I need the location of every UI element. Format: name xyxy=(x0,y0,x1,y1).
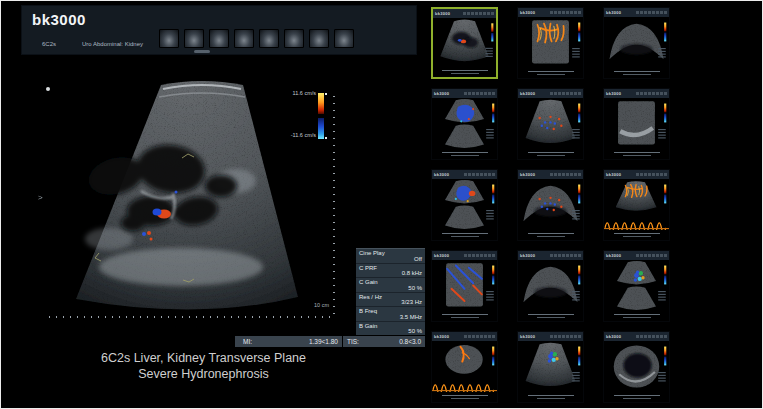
header-thumbnail[interactable] xyxy=(184,29,204,48)
thumbnail-caption xyxy=(518,68,583,78)
thumbnail-ultrasound-image xyxy=(604,17,669,68)
thumbnail-mini-header: bk3000 xyxy=(604,170,669,179)
app-brand: bk3000 xyxy=(32,11,86,28)
thumbnail-mini-brand: bk3000 xyxy=(606,173,621,177)
thumbnail-mini-strip xyxy=(550,92,581,95)
control-row-c-gain[interactable]: C Gain50 % xyxy=(356,277,425,292)
header-thumbnail[interactable] xyxy=(334,29,354,48)
gallery-thumbnail-13[interactable]: bk3000 xyxy=(431,331,498,403)
thumbnail-mini-header: bk3000 xyxy=(433,9,496,18)
thumbnail-mini-brand: bk3000 xyxy=(520,11,535,15)
gallery-thumbnail-8[interactable]: bk3000 xyxy=(517,169,584,241)
transducer-label: 6C2s xyxy=(42,41,56,47)
tis-label: TIS: xyxy=(347,338,359,345)
thumbnail-mini-header: bk3000 xyxy=(604,89,669,98)
thumbnail-mini-header: bk3000 xyxy=(518,332,583,341)
thumbnail-ultrasound-image xyxy=(518,341,583,392)
thumbnail-mini-strip xyxy=(636,173,667,176)
mi-status-segment: MI: 1.39<1.80 xyxy=(235,336,342,347)
thumbnail-mini-strip xyxy=(550,335,581,338)
control-row-res-hz[interactable]: Res / Hz3/23 Hz xyxy=(356,292,425,307)
gallery-thumbnail-12[interactable]: bk3000 xyxy=(603,250,670,322)
thumbnail-mini-strip xyxy=(464,254,495,257)
caption-line-1: 6C2s Liver, Kidney Transverse Plane xyxy=(56,350,351,366)
thumbnail-mini-brand: bk3000 xyxy=(520,173,535,177)
thumbnail-mini-brand: bk3000 xyxy=(434,335,449,339)
thumbnail-mini-strip xyxy=(463,12,494,15)
thumbnail-mini-brand: bk3000 xyxy=(606,11,621,15)
thumbnail-mini-strip xyxy=(636,92,667,95)
thumbnail-ultrasound-image xyxy=(432,341,497,392)
control-label: B Freq xyxy=(359,308,377,314)
thumbnail-mini-brand: bk3000 xyxy=(606,335,621,339)
control-value: 50 % xyxy=(408,285,422,291)
tis-value: 0.8<3.0 xyxy=(399,338,421,345)
thumbnail-ultrasound-image xyxy=(518,98,583,149)
thumbnail-mini-header: bk3000 xyxy=(432,170,497,179)
thumbnail-mini-header: bk3000 xyxy=(432,251,497,260)
gallery-thumbnail-11[interactable]: bk3000 xyxy=(517,250,584,322)
control-value: 3/23 Hz xyxy=(401,299,422,305)
thumbnail-ultrasound-image xyxy=(432,98,497,149)
header-thumbnail[interactable] xyxy=(259,29,279,48)
thumbnail-mini-strip xyxy=(636,335,667,338)
thumbnail-mini-brand: bk3000 xyxy=(606,254,621,258)
gallery-thumbnail-5[interactable]: bk3000 xyxy=(517,88,584,160)
thumbnail-ultrasound-image xyxy=(518,17,583,68)
gallery-thumbnail-10[interactable]: bk3000 xyxy=(431,250,498,322)
gallery-thumbnail-15[interactable]: bk3000 xyxy=(603,331,670,403)
gallery-thumbnail-14[interactable]: bk3000 xyxy=(517,331,584,403)
thumbnail-mini-brand: bk3000 xyxy=(520,254,535,258)
thumbnail-caption xyxy=(432,149,497,159)
header-thumbnail[interactable] xyxy=(209,29,229,48)
thumbnail-mini-header: bk3000 xyxy=(432,332,497,341)
header-thumbnail[interactable] xyxy=(234,29,254,48)
control-row-c-prf[interactable]: C PRF0.8 kHz xyxy=(356,263,425,278)
thumbnail-mini-brand: bk3000 xyxy=(606,92,621,96)
thumbnail-mini-strip xyxy=(464,92,495,95)
color-scale-tick-top xyxy=(325,93,327,95)
thumbnail-mini-header: bk3000 xyxy=(518,251,583,260)
gallery-thumbnail-4[interactable]: bk3000 xyxy=(431,88,498,160)
thumbnail-strip-scrollbar[interactable] xyxy=(194,50,210,53)
thumbnail-mini-strip xyxy=(550,173,581,176)
thumbnail-ultrasound-image xyxy=(604,179,669,230)
image-caption: 6C2s Liver, Kidney Transverse Plane Seve… xyxy=(56,350,351,382)
gallery-thumbnail-2[interactable]: bk3000 xyxy=(517,7,584,79)
thumbnail-mini-header: bk3000 xyxy=(432,89,497,98)
thumbnail-mini-header: bk3000 xyxy=(518,89,583,98)
thumbnail-mini-brand: bk3000 xyxy=(434,254,449,258)
thumbnail-mini-brand: bk3000 xyxy=(520,335,535,339)
thumbnail-ultrasound-image xyxy=(604,98,669,149)
orientation-caret: > xyxy=(38,194,43,202)
control-value: 0.8 kHz xyxy=(402,270,422,276)
depth-ruler xyxy=(333,96,335,317)
gallery-thumbnail-6[interactable]: bk3000 xyxy=(603,88,670,160)
color-scale-min-label: -11.6 cm/s xyxy=(286,132,316,138)
control-label: C PRF xyxy=(359,265,377,271)
thumbnail-caption xyxy=(604,149,669,159)
thumbnail-mini-brand: bk3000 xyxy=(435,12,450,16)
gallery-thumbnail-3[interactable]: bk3000 xyxy=(603,7,670,79)
control-row-cine-play[interactable]: Cine PlayOff xyxy=(356,248,425,263)
thumbnail-mini-strip xyxy=(636,254,667,257)
main-header-bar: bk3000 6C2s Uro Abdominal: Kidney xyxy=(21,5,417,55)
color-scale-positive xyxy=(318,93,324,114)
thumbnail-ultrasound-image xyxy=(432,179,497,230)
gallery-thumbnail-7[interactable]: bk3000 xyxy=(431,169,498,241)
control-row-b-freq[interactable]: B Freq3.5 MHz xyxy=(356,306,425,321)
header-thumbnail[interactable] xyxy=(159,29,179,48)
control-row-b-gain[interactable]: B Gain50 % xyxy=(356,321,425,336)
thumbnail-mini-brand: bk3000 xyxy=(434,173,449,177)
thumbnail-caption xyxy=(433,67,496,77)
thumbnail-ultrasound-image xyxy=(432,260,497,311)
control-value: 3.5 MHz xyxy=(400,314,422,320)
header-thumbnail[interactable] xyxy=(284,29,304,48)
gallery-thumbnail-1-selected[interactable]: bk3000 xyxy=(431,7,498,79)
gallery-thumbnail-9[interactable]: bk3000 xyxy=(603,169,670,241)
header-thumbnail[interactable] xyxy=(309,29,329,48)
thumbnail-mini-brand: bk3000 xyxy=(434,92,449,96)
thumbnail-ultrasound-image xyxy=(518,179,583,230)
thumbnail-mini-header: bk3000 xyxy=(604,251,669,260)
color-scale-negative xyxy=(318,118,324,139)
